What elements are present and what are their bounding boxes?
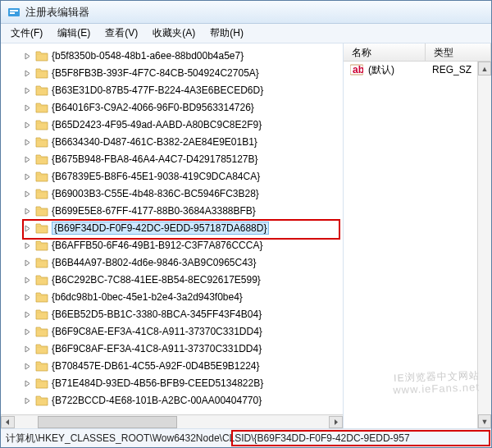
menu-view[interactable]: 查看(V) <box>98 25 144 42</box>
tree-item[interactable]: {B64016F3-C9A2-4066-96F0-BD9563314726} <box>1 98 343 116</box>
horizontal-scrollbar[interactable] <box>1 414 343 428</box>
value-type: REG_SZ <box>432 64 472 75</box>
menu-help[interactable]: 帮助(H) <box>203 25 250 42</box>
folder-icon <box>35 153 48 165</box>
scroll-up-button[interactable]: ▲ <box>478 62 491 75</box>
tree-item[interactable]: {B6F9C8AE-EF3A-41C8-A911-37370C331DD4} <box>1 322 343 340</box>
col-type[interactable]: 类型 <box>426 43 491 61</box>
folder-icon <box>35 119 48 130</box>
tree-item[interactable]: {B6AFFB50-6F46-49B1-B912-C3F7A876CCCA} <box>1 236 343 254</box>
titlebar[interactable]: 注册表编辑器 <box>1 1 491 24</box>
tree-item[interactable]: {B675B948-FBA8-46A4-A4C7-D4291785127B} <box>1 150 343 167</box>
scroll-down-button[interactable]: ▼ <box>478 414 491 428</box>
expand-icon[interactable] <box>24 327 31 334</box>
folder-icon <box>35 171 48 182</box>
folder-icon <box>35 274 48 286</box>
tree-item[interactable]: {B6C292BC-7C88-41EE-8B54-8EC92617E599} <box>1 271 343 288</box>
expand-icon[interactable] <box>24 137 31 144</box>
tree-item[interactable]: {B722BCCD-4E68-101B-A2BC-00AA00404770} <box>1 391 343 409</box>
folder-icon <box>35 136 48 148</box>
tree-item[interactable]: {B6B44A97-B802-4d6e-9846-3AB9C0965C43} <box>1 254 343 271</box>
tree-item-label: {b5f8350b-0548-48b1-a6ee-88bd00b4a5e7} <box>52 50 244 62</box>
list-header: 名称 类型 <box>344 43 491 62</box>
tree-item[interactable]: {B67839E5-B8F6-45E1-9038-419C9DCA84CA} <box>1 167 343 185</box>
scroll-right-button[interactable] <box>329 416 343 428</box>
tree-item[interactable]: {B6F9C8AF-EF3A-41C8-A911-37370C331DD4} <box>1 340 343 357</box>
tree-item[interactable]: {B699E5E8-67FF-4177-88B0-3684A3388BFB} <box>1 202 343 219</box>
tree-item[interactable]: {B69003B3-C55E-4b48-836C-BC5946FC3B28} <box>1 185 343 202</box>
folder-icon <box>35 309 48 320</box>
tree-item[interactable]: {b6dc98b1-0bec-45e1-b2e4-3a2d943f0be4} <box>1 288 343 305</box>
expand-icon[interactable] <box>24 223 31 231</box>
expand-icon[interactable] <box>24 292 31 299</box>
expand-icon[interactable] <box>24 68 31 75</box>
expand-icon[interactable] <box>24 51 31 58</box>
watermark-line1: IE浏览器中文网站 <box>393 369 480 384</box>
scroll-left-button[interactable] <box>1 416 15 428</box>
tree-item-label: {B6C292BC-7C88-41EE-8B54-8EC92617E599} <box>52 274 261 286</box>
expand-icon[interactable] <box>24 85 31 93</box>
tree-item-label: {B64016F3-C9A2-4066-96F0-BD9563314726} <box>52 102 254 113</box>
expand-icon[interactable] <box>24 120 31 127</box>
expand-icon[interactable] <box>24 103 31 110</box>
folder-icon <box>35 257 48 268</box>
tree-item[interactable]: {B5F8FB3B-393F-4F7C-84CB-504924C2705A} <box>1 64 343 81</box>
expand-icon[interactable] <box>24 395 31 403</box>
tree-item-label: {B708457E-DB61-4C55-A92F-0D4B5E9B1224} <box>52 360 260 372</box>
tree-item-label: {B6F9C8AF-EF3A-41C8-A911-37370C331DD4} <box>52 343 262 354</box>
svg-text:ab: ab <box>353 64 363 75</box>
tree-item[interactable]: {B63E31D0-87B5-477F-B224-4A3E6BECED6D} <box>1 81 343 98</box>
expand-icon[interactable] <box>24 275 31 282</box>
expand-icon[interactable] <box>24 361 31 368</box>
menu-edit[interactable]: 编辑(E) <box>51 25 97 42</box>
value-name: (默认) <box>368 63 427 77</box>
tree-item[interactable]: {B6EB52D5-BB1C-3380-8BCA-345FF43F4B04} <box>1 305 343 322</box>
menu-file[interactable]: 文件(F) <box>4 25 49 42</box>
tree-item[interactable]: {B708457E-DB61-4C55-A92F-0D4B5E9B1224} <box>1 357 343 374</box>
watermark-line2: www.ieFans.net <box>393 382 480 397</box>
folder-icon <box>35 240 48 251</box>
value-row-default[interactable]: ab (默认) REG_SZ <box>344 62 491 78</box>
tree-item-label: {B6B44A97-B802-4d6e-9846-3AB9C0965C43} <box>52 257 257 268</box>
tree-item[interactable]: {b5f8350b-0548-48b1-a6ee-88bd00b4a5e7} <box>1 47 343 64</box>
svg-rect-1 <box>10 10 18 11</box>
folder-icon <box>35 326 48 337</box>
expand-icon[interactable] <box>24 171 31 179</box>
expand-icon[interactable] <box>24 344 31 351</box>
tree-item-label: {B722BCCD-4E68-101B-A2BC-00AA00404770} <box>52 395 262 406</box>
regedit-window: 注册表编辑器 文件(F) 编辑(E) 查看(V) 收藏夹(A) 帮助(H) {b… <box>0 0 492 448</box>
folder-icon <box>35 188 48 199</box>
scroll-track[interactable] <box>15 416 329 428</box>
tree-item-label: {b6dc98b1-0bec-45e1-b2e4-3a2d943f0be4} <box>52 291 243 303</box>
tree-item[interactable]: {B6634340-D487-461C-B382-2AE84E9E01B1} <box>1 133 343 150</box>
col-name[interactable]: 名称 <box>344 43 426 61</box>
expand-icon[interactable] <box>24 189 31 196</box>
client-area: {b5f8350b-0548-48b1-a6ee-88bd00b4a5e7}{B… <box>1 43 491 428</box>
status-path: 计算机\HKEY_CLASSES_ROOT\Wow6432Node\CLSID\… <box>6 432 410 446</box>
tree-item-label: {B69003B3-C55E-4b48-836C-BC5946FC3B28} <box>52 188 259 199</box>
tree-item-label: {B6F9C8AE-EF3A-41C8-A911-37370C331DD4} <box>52 326 262 337</box>
values-pane: 名称 类型 ab (默认) REG_SZ ▲ ▼ IE浏览器中文网站 www.i… <box>344 43 491 428</box>
expand-icon[interactable] <box>24 378 31 386</box>
tree-item-label: {B71E484D-93ED-4B56-BFB9-CEED5134822B} <box>52 377 263 389</box>
tree-item-label: {B6EB52D5-BB1C-3380-8BCA-345FF43F4B04} <box>52 309 262 320</box>
expand-icon[interactable] <box>24 309 31 317</box>
folder-icon <box>35 395 48 406</box>
expand-icon[interactable] <box>24 258 31 265</box>
expand-icon[interactable] <box>24 240 31 248</box>
expand-icon[interactable] <box>24 206 31 213</box>
string-value-icon: ab <box>350 63 363 76</box>
expand-icon[interactable] <box>24 154 31 162</box>
scroll-thumb[interactable] <box>38 416 177 428</box>
app-icon <box>7 6 20 19</box>
svg-rect-2 <box>10 12 15 14</box>
tree-item-label: {B6634340-D487-461C-B382-2AE84E9E01B1} <box>52 136 257 148</box>
registry-tree[interactable]: {b5f8350b-0548-48b1-a6ee-88bd00b4a5e7}{B… <box>1 43 343 414</box>
vscroll-track[interactable] <box>478 75 491 414</box>
menu-favorites[interactable]: 收藏夹(A) <box>146 25 202 42</box>
vertical-scrollbar[interactable]: ▲ ▼ <box>477 62 491 428</box>
tree-item[interactable]: {B65D2423-4F95-49ad-AABD-A80BC9C8E2F9} <box>1 116 343 133</box>
tree-item-label: {B6AFFB50-6F46-49B1-B912-C3F7A876CCCA} <box>52 240 262 251</box>
tree-item[interactable]: {B71E484D-93ED-4B56-BFB9-CEED5134822B} <box>1 374 343 391</box>
tree-item[interactable]: {B69F34DD-F0F9-42DC-9EDD-957187DA688D} <box>1 219 343 236</box>
